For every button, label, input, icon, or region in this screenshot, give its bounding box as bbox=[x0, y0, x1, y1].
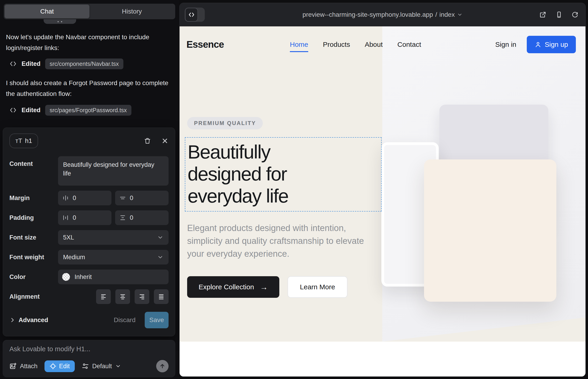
color-label: Color bbox=[9, 273, 58, 281]
edit-mode-button[interactable]: Edit bbox=[45, 360, 75, 372]
content-input[interactable]: Beautifully designed for everyday life bbox=[58, 156, 169, 186]
nav-link-products[interactable]: Products bbox=[323, 41, 350, 48]
nav-link-contact[interactable]: Contact bbox=[397, 41, 421, 48]
send-button[interactable] bbox=[156, 360, 169, 372]
alignment-label: Alignment bbox=[9, 293, 58, 300]
edited-label: Edited bbox=[22, 60, 41, 67]
learn-more-button[interactable]: Learn More bbox=[288, 276, 347, 298]
arrow-right-icon: → bbox=[260, 283, 268, 292]
color-swatch bbox=[62, 273, 70, 281]
target-icon bbox=[49, 363, 56, 370]
edited-file-row: Edited src/pages/ForgotPassword.tsx bbox=[9, 104, 131, 116]
element-editor-panel: ᴛT h1 Content Beautifully designed for e… bbox=[3, 127, 175, 336]
align-right-icon bbox=[139, 293, 145, 300]
color-select[interactable]: Inherit bbox=[58, 269, 169, 284]
sign-in-link[interactable]: Sign in bbox=[495, 41, 516, 48]
preview-window: preview--charming-site-symphony.lovable.… bbox=[179, 3, 586, 377]
nav-link-home[interactable]: Home bbox=[290, 41, 308, 52]
chat-history-tabs: Chat History bbox=[4, 4, 175, 19]
edited-file-badge[interactable]: src/components/Navbar.tsx bbox=[45, 59, 124, 69]
padding-horizontal-icon bbox=[62, 214, 69, 221]
open-in-new-tab-button[interactable] bbox=[539, 11, 546, 18]
sliders-icon bbox=[82, 363, 89, 370]
product-card-beige bbox=[424, 159, 556, 302]
hero-heading[interactable]: Beautifully designed for everyday life bbox=[187, 141, 381, 207]
margin-vertical-icon bbox=[119, 195, 126, 201]
align-left-button[interactable] bbox=[96, 289, 111, 304]
hero-section: PREMIUM QUALITY Beautifully designed for… bbox=[185, 117, 383, 298]
font-size-label: Font size bbox=[9, 234, 58, 241]
arrow-up-icon bbox=[159, 363, 166, 370]
edited-label: Edited bbox=[22, 107, 41, 114]
open-in-new-icon bbox=[539, 11, 546, 18]
hero-paragraph: Elegant products designed with intention… bbox=[187, 222, 368, 260]
font-weight-label: Font weight bbox=[9, 254, 58, 261]
margin-horizontal-icon bbox=[62, 195, 69, 201]
edited-file-badge[interactable]: src/pages/ForgotPassword.tsx bbox=[45, 105, 131, 116]
close-icon bbox=[161, 137, 169, 144]
chevron-right-icon bbox=[9, 317, 15, 323]
advanced-toggle[interactable]: Advanced bbox=[9, 316, 48, 324]
typography-icon: ᴛT bbox=[15, 137, 22, 144]
font-weight-select[interactable]: Medium bbox=[58, 250, 169, 265]
site-logo[interactable]: Essence bbox=[186, 26, 224, 63]
attach-button[interactable]: Attach bbox=[9, 363, 38, 370]
align-justify-button[interactable] bbox=[154, 289, 169, 304]
margin-x-input[interactable]: 0 bbox=[58, 191, 111, 205]
align-center-button[interactable] bbox=[115, 289, 130, 304]
assistant-message: Now let's update the Navbar component to… bbox=[6, 32, 170, 53]
chevron-down-icon bbox=[457, 12, 463, 17]
model-default-select[interactable]: Default bbox=[82, 363, 121, 370]
tab-chat[interactable]: Chat bbox=[5, 5, 90, 18]
code-icon bbox=[9, 106, 17, 114]
preview-toolbar: preview--charming-site-symphony.lovable.… bbox=[180, 3, 586, 26]
refresh-button[interactable] bbox=[571, 11, 579, 18]
site-canvas: Essence Home Products About Contact Sign… bbox=[180, 26, 586, 377]
smartphone-icon bbox=[555, 11, 563, 18]
prompt-input[interactable] bbox=[9, 345, 169, 357]
url-separator: / bbox=[435, 11, 437, 18]
align-justify-icon bbox=[158, 293, 165, 300]
padding-x-input[interactable]: 0 bbox=[58, 210, 111, 225]
close-editor-button[interactable] bbox=[161, 137, 169, 144]
explore-collection-button[interactable]: Explore Collection → bbox=[187, 276, 279, 298]
nav-link-about[interactable]: About bbox=[365, 41, 383, 48]
prompt-box: Attach Edit Default bbox=[3, 340, 175, 377]
align-right-button[interactable] bbox=[135, 289, 149, 304]
discard-button[interactable]: Discard bbox=[114, 316, 136, 324]
margin-label: Margin bbox=[9, 195, 58, 202]
diagonal-cream-wedge bbox=[382, 317, 586, 342]
edited-file-row: Edited src/components/Navbar.tsx bbox=[9, 58, 123, 70]
sign-up-button[interactable]: Sign up bbox=[527, 36, 576, 53]
font-size-select[interactable]: 5XL bbox=[58, 230, 169, 245]
content-label: Content bbox=[9, 160, 58, 168]
tab-history[interactable]: History bbox=[90, 5, 174, 18]
url-bar[interactable]: preview--charming-site-symphony.lovable.… bbox=[180, 3, 586, 26]
premium-quality-badge: PREMIUM QUALITY bbox=[187, 117, 263, 129]
trash-icon bbox=[144, 137, 151, 144]
delete-element-button[interactable] bbox=[144, 137, 151, 144]
selected-element-tag[interactable]: ᴛT h1 bbox=[9, 134, 38, 148]
mobile-view-button[interactable] bbox=[555, 11, 563, 18]
padding-y-input[interactable]: 0 bbox=[115, 210, 169, 225]
save-button[interactable]: Save bbox=[145, 312, 169, 328]
url-host: preview--charming-site-symphony.lovable.… bbox=[302, 11, 433, 18]
align-left-icon bbox=[100, 293, 107, 300]
padding-label: Padding bbox=[9, 214, 58, 221]
refresh-icon bbox=[571, 11, 579, 18]
user-icon bbox=[535, 41, 542, 48]
selected-h1-outline[interactable]: Beautifully designed for everyday life bbox=[185, 137, 382, 211]
element-tag-label: h1 bbox=[25, 137, 32, 144]
code-icon bbox=[9, 60, 17, 68]
scrolled-message-peek bbox=[44, 19, 76, 24]
margin-y-input[interactable]: 0 bbox=[115, 191, 169, 205]
align-center-icon bbox=[119, 293, 126, 300]
attach-image-icon bbox=[9, 363, 17, 370]
lovable-chat-panel: Chat History Now let's update the Navbar… bbox=[0, 0, 179, 379]
url-page: index bbox=[439, 11, 455, 18]
chevron-down-icon bbox=[157, 254, 164, 260]
chevron-down-icon bbox=[157, 234, 164, 241]
chevron-down-icon bbox=[115, 363, 121, 369]
assistant-message: I should also create a Forgot Password p… bbox=[6, 78, 170, 99]
padding-vertical-icon bbox=[119, 214, 126, 221]
